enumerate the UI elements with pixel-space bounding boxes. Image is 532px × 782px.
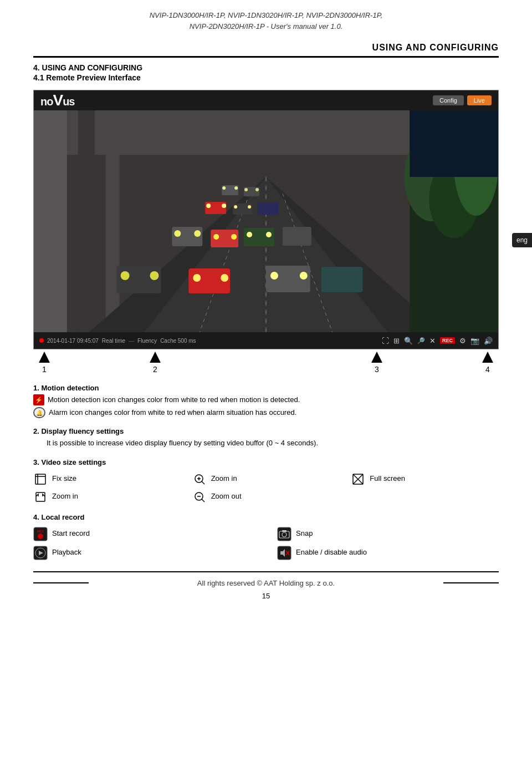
page-header: NVIP-1DN3000H/IR-1P, NVIP-1DN3020H/IR-1P… (33, 0, 499, 37)
local-record-section: 4. Local record REC Start record (33, 512, 499, 560)
arrow-item-4: 4 (482, 352, 493, 374)
footer-text: All rights reserved © AAT Holding sp. z … (197, 579, 335, 587)
arrow-up-4 (482, 352, 493, 363)
config-button[interactable]: Config (433, 95, 464, 105)
camera-topbar: noVus Config Live (34, 90, 498, 110)
fix-size-pair: Fix size (33, 472, 181, 486)
camera-interface: noVus Config Live (33, 90, 499, 349)
header-line1: NVIP-1DN3000H/IR-1P, NVIP-1DN3020H/IR-1P… (33, 10, 499, 21)
motion-detection-line1: Motion detection icon changes color from… (48, 394, 300, 406)
red-dot-icon (39, 338, 44, 343)
arrow-up-1 (39, 352, 50, 363)
crop-icon[interactable]: ⊞ (393, 337, 400, 345)
zoom-out-pair: Zoom out (192, 490, 340, 504)
footer: All rights reserved © AAT Holding sp. z … (33, 571, 499, 587)
svg-point-11 (222, 186, 226, 190)
camera-status: 2014-01-17 09:45:07 Real time — Fluency … (39, 338, 196, 344)
svg-point-25 (194, 230, 201, 237)
svg-rect-3 (78, 110, 95, 332)
alarm-icon: 🔔 (33, 407, 45, 418)
header-line2: NVIP-2DN3020H/IR-1P - User's manual ver … (33, 21, 499, 32)
svg-rect-68 (282, 530, 287, 532)
zoom-in-resize-pair: Zoom in (33, 490, 181, 504)
display-fluency-section: 2. Display fluency settings It is possib… (33, 426, 499, 449)
zoom-in-icon[interactable]: 🔍 (404, 337, 413, 345)
zoom-in-resize-label: Zoom in (52, 491, 78, 502)
svg-point-14 (244, 188, 248, 191)
audio-toggle-icon (277, 546, 291, 560)
arrow-up-2 (150, 352, 161, 363)
svg-point-15 (255, 188, 259, 191)
resize-icon[interactable]: ⛶ (382, 337, 389, 345)
page-number: 15 (33, 592, 499, 600)
playback-label: Playback (52, 547, 81, 558)
eng-tab: eng (512, 233, 532, 247)
display-fluency-body: It is possible to increase video display… (33, 438, 499, 449)
motion-detection-row1: ⚡ Motion detection icon changes color fr… (33, 394, 499, 406)
svg-line-52 (202, 481, 204, 484)
snap-pair: Snap (277, 527, 499, 541)
svg-rect-2 (34, 110, 67, 332)
playback-icon (33, 546, 48, 560)
svg-point-21 (248, 205, 251, 209)
svg-rect-4 (106, 138, 120, 332)
video-size-title: 3. Video size settings (33, 457, 499, 469)
motion-detection-section: 1. Motion detection ⚡ Motion detection i… (33, 383, 499, 418)
svg-point-24 (174, 230, 181, 237)
rec-badge[interactable]: REC (440, 337, 455, 344)
start-record-icon: REC (33, 527, 48, 541)
video-size-icons: Fix size Zoom in (33, 472, 499, 504)
arrow-num-2: 2 (153, 365, 157, 374)
full-screen-label: Full screen (370, 473, 405, 485)
settings-icon[interactable]: ⚙ (459, 337, 466, 345)
svg-point-37 (193, 274, 201, 282)
topbar-buttons: Config Live (433, 95, 492, 105)
svg-point-31 (266, 232, 272, 237)
motion-detection-line2: Alarm icon changes color from white to r… (49, 407, 296, 419)
svg-rect-48 (35, 474, 45, 484)
zoom-in-resize-icon (33, 490, 48, 504)
svg-point-34 (121, 271, 130, 280)
motion-detection-title: 1. Motion detection (33, 383, 499, 394)
svg-point-40 (270, 272, 278, 280)
live-button[interactable]: Live (467, 95, 492, 105)
arrow-item-3: 3 (371, 352, 382, 374)
local-record-icons: REC Start record Snap (33, 527, 499, 560)
status-datetime: 2014-01-17 09:45:07 (47, 338, 99, 344)
svg-point-28 (231, 234, 237, 240)
fix-size-label: Fix size (52, 473, 76, 485)
motion-detection-icon: ⚡ (33, 394, 44, 405)
start-record-pair: REC Start record (33, 527, 255, 541)
arrow-num-1: 1 (42, 365, 47, 374)
zoom-out-icon[interactable]: 🔎 (417, 337, 425, 344)
full-screen-pair: Full screen (351, 472, 499, 486)
fluency-label: Fluency (137, 338, 157, 344)
svg-rect-47 (410, 110, 498, 177)
svg-point-30 (247, 232, 252, 237)
audio-icon[interactable]: 🔊 (484, 337, 493, 345)
zoom-out-label: Zoom out (211, 491, 242, 502)
zoom-in-icon2 (192, 472, 207, 486)
svg-point-27 (213, 234, 219, 240)
footer-line-left (33, 582, 89, 583)
svg-point-18 (222, 204, 226, 208)
svg-rect-58 (36, 492, 45, 501)
svg-rect-19 (233, 204, 252, 215)
status-realtime: Real time (102, 338, 125, 344)
video-scene (34, 110, 498, 332)
snapshot-icon[interactable]: 📷 (470, 337, 479, 345)
snap-label: Snap (296, 528, 313, 540)
fix-size-icon (33, 472, 48, 486)
section-title: USING AND CONFIGURING (33, 37, 499, 56)
svg-point-38 (221, 274, 228, 282)
svg-point-35 (150, 271, 159, 280)
local-record-title: 4. Local record (33, 512, 499, 524)
zoom-in-label: Zoom in (211, 473, 237, 485)
camera-controls-right: ⛶ ⊞ 🔍 🔎 ✕ REC ⚙ 📷 🔊 (382, 337, 493, 345)
close-icon[interactable]: ✕ (429, 337, 436, 345)
svg-point-20 (234, 205, 237, 209)
zoom-out-icon (192, 490, 207, 504)
svg-point-17 (206, 204, 211, 208)
chapter-heading: 4. USING AND CONFIGURING (33, 63, 499, 72)
arrows-row: 1 2 3 4 (33, 352, 499, 374)
